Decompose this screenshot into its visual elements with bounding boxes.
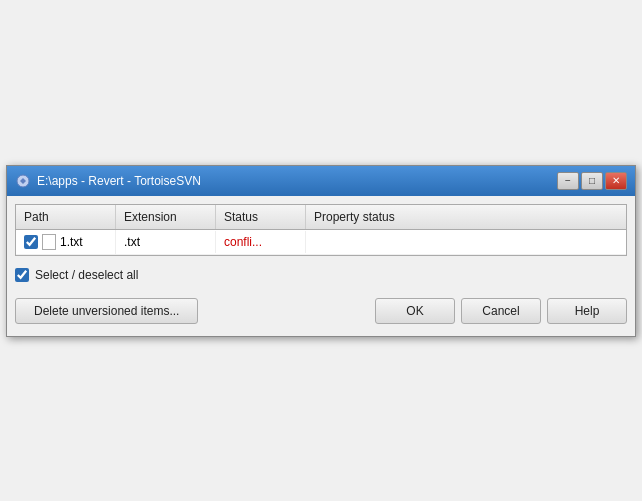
close-button[interactable]: ✕ — [605, 172, 627, 190]
ok-button[interactable]: OK — [375, 298, 455, 324]
maximize-button[interactable]: □ — [581, 172, 603, 190]
app-icon — [15, 173, 31, 189]
col-extension: Extension — [116, 205, 216, 229]
btn-group-right: OK Cancel Help — [375, 298, 627, 324]
cancel-button[interactable]: Cancel — [461, 298, 541, 324]
minimize-button[interactable]: − — [557, 172, 579, 190]
window-title: E:\apps - Revert - TortoiseSVN — [37, 174, 201, 188]
delete-unversioned-button[interactable]: Delete unversioned items... — [15, 298, 198, 324]
window-controls: − □ ✕ — [557, 172, 627, 190]
select-all-label: Select / deselect all — [35, 268, 138, 282]
main-window: E:\apps - Revert - TortoiseSVN − □ ✕ Pat… — [6, 165, 636, 337]
file-icon — [42, 234, 56, 250]
col-property-status: Property status — [306, 205, 626, 229]
cell-status: confli... — [216, 231, 306, 253]
cell-property-status — [306, 238, 626, 246]
cell-extension: .txt — [116, 231, 216, 253]
row-checkbox[interactable] — [24, 235, 38, 249]
file-table-container: Path Extension Status Property status 1.… — [15, 204, 627, 256]
title-bar: E:\apps - Revert - TortoiseSVN − □ ✕ — [7, 166, 635, 196]
cell-path: 1.txt — [16, 230, 116, 254]
filename: 1.txt — [60, 235, 83, 249]
title-bar-left: E:\apps - Revert - TortoiseSVN — [15, 173, 201, 189]
col-status: Status — [216, 205, 306, 229]
table-row: 1.txt .txt confli... — [16, 230, 626, 255]
select-all-checkbox[interactable] — [15, 268, 29, 282]
col-path: Path — [16, 205, 116, 229]
help-button[interactable]: Help — [547, 298, 627, 324]
window-content: Path Extension Status Property status 1.… — [7, 196, 635, 336]
bottom-bar: Select / deselect all — [15, 264, 627, 286]
table-header: Path Extension Status Property status — [16, 205, 626, 230]
button-bar: Delete unversioned items... OK Cancel He… — [15, 294, 627, 328]
table-body: 1.txt .txt confli... — [16, 230, 626, 255]
